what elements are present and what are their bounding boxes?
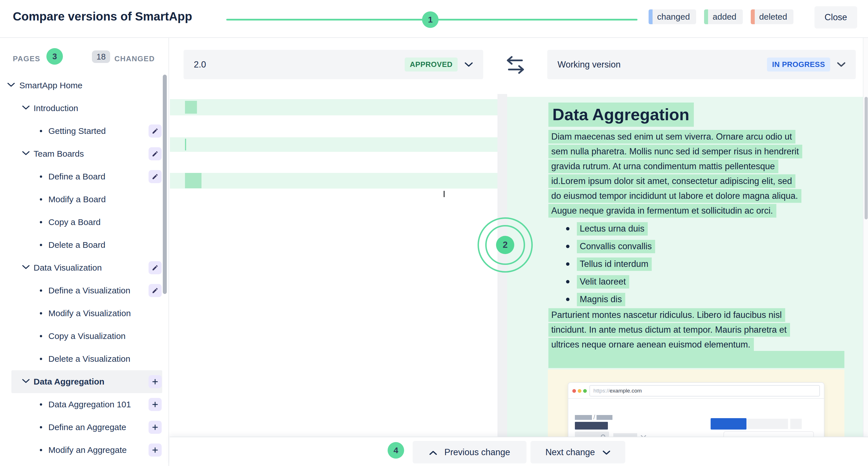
tree-item-getting-started[interactable]: Getting Started	[0, 120, 169, 142]
tree-item-label: Define an Aggregate	[49, 423, 126, 432]
bullet-icon	[40, 221, 42, 223]
bullet-icon	[40, 403, 42, 406]
changed-pencil-icon[interactable]	[149, 147, 162, 161]
working-version-pane: Data Aggregation Diam maecenas sed enim …	[507, 97, 863, 437]
sidebar-scrollbar[interactable]	[163, 75, 167, 294]
list-item: Convallis convallis	[549, 238, 853, 255]
tree-item-label: Data Aggregation 101	[49, 400, 131, 409]
step-1-marker: 1	[422, 11, 439, 28]
skeleton-breadcrumb	[575, 415, 592, 420]
paragraph-line: id.Lorem ipsum dolor sit amet, consectet…	[549, 174, 796, 188]
next-change-label: Next change	[545, 447, 595, 458]
traffic-light-yellow-icon	[578, 389, 581, 393]
right-version-status-badge: IN PROGRESS	[767, 58, 830, 71]
url-host: example.com	[610, 388, 642, 394]
skeleton-secondary-button	[790, 419, 802, 429]
tree-item-copy-a-board[interactable]: Copy a Board	[0, 211, 169, 234]
left-version-name: 2.0	[194, 60, 405, 70]
previous-change-label: Previous change	[444, 447, 510, 458]
paragraph-line: tincidunt. In ante metus dictum at tempo…	[549, 323, 790, 337]
bullet-icon	[40, 244, 42, 246]
tree-item-data-aggregation[interactable]: Data Aggregation	[0, 370, 169, 393]
breadcrumb-separator: /	[593, 414, 595, 421]
added-color-swatch	[704, 9, 708, 24]
next-change-button[interactable]: Next change	[530, 441, 625, 463]
changed-color-swatch	[649, 9, 653, 24]
content-heading: Data Aggregation	[549, 103, 694, 127]
chevron-down-icon[interactable]	[7, 83, 15, 88]
legend-changed: changed	[649, 9, 696, 24]
added-plus-icon[interactable]	[149, 398, 162, 411]
changed-pencil-icon[interactable]	[149, 261, 162, 274]
list-item: Tellus id interdum	[549, 255, 853, 273]
changed-pencil-icon[interactable]	[149, 124, 162, 138]
step-4-marker: 4	[388, 442, 404, 459]
skeleton-primary-button	[711, 418, 746, 430]
added-plus-icon[interactable]	[149, 375, 162, 388]
tree-item-define-a-visualization[interactable]: Define a Visualization	[0, 279, 169, 302]
tree-item-delete-a-visualization[interactable]: Delete a Visualization	[0, 348, 169, 370]
chevron-down-icon[interactable]	[22, 379, 30, 384]
content-scrollbar-track[interactable]	[863, 38, 868, 466]
list-item: Velit laoreet	[549, 273, 853, 291]
tree-item-define-a-board[interactable]: Define a Board	[0, 165, 169, 188]
added-row-highlight	[170, 173, 497, 188]
changed-pencil-icon[interactable]	[149, 170, 162, 183]
bullet-icon	[40, 312, 42, 315]
tree-item-team-boards[interactable]: Team Boards	[0, 142, 169, 165]
changed-count-badge: 18	[92, 51, 110, 63]
page-title: Compare versions of SmartApp	[13, 10, 192, 23]
right-version-name: Working version	[558, 60, 767, 70]
tree-item-introduction[interactable]: Introduction	[0, 97, 169, 120]
tree-item-modify-an-aggregate[interactable]: Modify an Aggregate	[0, 439, 169, 461]
tree-item-label: Data Visualization	[34, 263, 102, 272]
tree-item-modify-a-board[interactable]: Modify a Board	[0, 188, 169, 211]
tree-item-define-an-aggregate[interactable]: Define an Aggregate	[0, 416, 169, 439]
tree-item-label: Copy a Board	[49, 217, 100, 227]
close-button[interactable]: Close	[814, 6, 857, 28]
browser-mockup-image: https://example.com /	[568, 382, 825, 437]
added-plus-icon[interactable]	[149, 421, 162, 434]
tree-item-smartapp-home[interactable]: SmartApp Home	[0, 74, 169, 97]
tree-item-label: Modify an Aggregate	[49, 445, 127, 455]
changed-pencil-icon[interactable]	[149, 284, 162, 297]
added-plus-icon[interactable]	[149, 443, 162, 457]
previous-change-button[interactable]: Previous change	[413, 441, 526, 463]
chevron-down-icon[interactable]	[22, 151, 30, 157]
tree-item-data-visualization[interactable]: Data Visualization	[0, 256, 169, 279]
paragraph-line: Diam maecenas sed enim ut sem viverra. O…	[549, 130, 796, 144]
step-4-number: 4	[394, 445, 398, 455]
tree-item-modify-a-visualization[interactable]: Modify a Visualization	[0, 302, 169, 325]
heading-highlight: Data Aggregation	[549, 103, 694, 127]
step-2-marker: 2	[477, 217, 533, 272]
chevron-up-icon	[429, 447, 437, 458]
legend-added: added	[704, 9, 743, 24]
tree-item-label: Modify a Board	[49, 195, 106, 204]
legend-added-label: added	[713, 12, 736, 22]
bullet-icon	[40, 175, 42, 178]
chevron-down-icon[interactable]	[22, 265, 30, 271]
browser-url-bar: https://example.com	[589, 385, 820, 397]
legend-changed-label: changed	[657, 12, 690, 22]
skeleton-secondary-button	[747, 419, 788, 429]
chevron-down-icon[interactable]	[464, 62, 473, 67]
tree-item-delete-a-board[interactable]: Delete a Board	[0, 234, 169, 256]
content-scrollbar-thumb[interactable]	[865, 97, 868, 219]
swap-versions-icon[interactable]	[504, 56, 526, 76]
tree-item-copy-a-visualization[interactable]: Copy a Visualization	[0, 325, 169, 348]
step-2-ring: 2	[485, 225, 525, 265]
added-block-highlight	[549, 351, 844, 368]
chevron-down-icon[interactable]	[22, 106, 30, 111]
skeleton-card	[723, 431, 814, 437]
added-content-chip	[185, 101, 197, 114]
top-header: Compare versions of SmartApp 1 changed a…	[0, 0, 868, 38]
tree-item-label: Delete a Board	[49, 240, 105, 250]
chevron-down-icon[interactable]	[837, 62, 845, 67]
traffic-light-green-icon	[583, 389, 587, 393]
tree-item-label: Team Boards	[34, 149, 84, 159]
tree-item-data-aggregation-101[interactable]: Data Aggregation 101	[0, 393, 169, 416]
paragraph-line: gravida rutrum. At urna condimentum matt…	[549, 159, 778, 173]
paragraph-line: do eiusmod tempor incididunt ut labore e…	[549, 189, 801, 203]
image-panel-background: https://example.com /	[548, 370, 844, 437]
tree-item-label: Getting Started	[49, 126, 106, 136]
